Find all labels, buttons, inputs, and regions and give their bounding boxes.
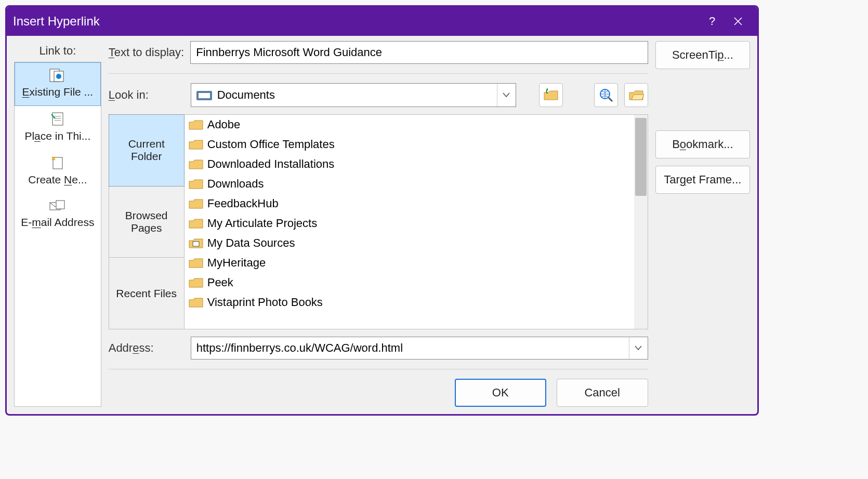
list-item[interactable]: Adobe (185, 115, 634, 135)
svg-point-2 (56, 74, 61, 79)
address-dropdown[interactable] (629, 337, 648, 359)
svg-rect-11 (199, 93, 210, 98)
folder-icon (189, 158, 203, 170)
file-browser: Current Folder Browsed Pages Recent File… (109, 114, 648, 329)
linkto-email[interactable]: E-mail Address (15, 193, 101, 236)
linkto-item-label: Create Ne... (28, 174, 87, 186)
link-to-column: Link to: Existing File ... Place in Thi.… (14, 41, 101, 407)
folder-icon (189, 257, 203, 269)
list-item[interactable]: Downloaded Installations (185, 154, 634, 174)
bookmark-button[interactable]: Bookmark... (655, 130, 750, 158)
look-in-row: Look in: Documents (109, 83, 648, 107)
list-item[interactable]: Peek (185, 273, 634, 292)
help-button[interactable]: ? (699, 11, 725, 32)
browse-file-button[interactable] (624, 83, 648, 107)
close-button[interactable] (725, 11, 751, 32)
folder-icon (189, 119, 203, 130)
existing-file-icon (49, 68, 67, 83)
folder-icon (189, 297, 203, 308)
tab-current-folder[interactable]: Current Folder (109, 114, 185, 187)
separator (109, 369, 648, 369)
link-to-label: Link to: (14, 41, 101, 62)
chevron-down-icon (635, 345, 642, 351)
file-list-pane: Adobe Custom Office Templates Downloaded… (185, 114, 648, 329)
text-to-display-input[interactable] (190, 41, 648, 64)
address-value: https://finnberrys.co.uk/WCAG/word.html (191, 341, 629, 355)
titlebar: Insert Hyperlink ? (7, 7, 757, 36)
address-combo[interactable]: https://finnberrys.co.uk/WCAG/word.html (191, 337, 648, 360)
file-list-scrollbar[interactable] (634, 115, 648, 329)
browse-tabs: Current Folder Browsed Pages Recent File… (109, 114, 185, 329)
folder-icon (189, 277, 203, 288)
list-item[interactable]: My Articulate Projects (185, 214, 634, 233)
list-item[interactable]: FeedbackHub (185, 194, 634, 214)
cancel-button[interactable]: Cancel (557, 379, 648, 407)
svg-rect-3 (52, 113, 63, 125)
right-buttons-column: ScreenTip... Bookmark... Target Frame... (655, 41, 750, 407)
look-in-value: Documents (217, 88, 497, 102)
address-row: Address: https://finnberrys.co.uk/WCAG/w… (109, 337, 648, 360)
folder-open-icon (628, 88, 644, 102)
up-one-level-button[interactable] (539, 83, 563, 107)
look-in-dropdown[interactable] (497, 84, 516, 107)
text-to-display-label: Text to display: (109, 46, 185, 59)
link-to-list: Existing File ... Place in Thi... Create… (14, 62, 101, 407)
email-icon (49, 198, 67, 213)
chevron-down-icon (503, 92, 510, 98)
target-frame-button[interactable]: Target Frame... (655, 166, 750, 194)
tab-browsed-pages[interactable]: Browsed Pages (109, 187, 185, 258)
dialog-title: Insert Hyperlink (13, 14, 699, 29)
insert-hyperlink-dialog: Insert Hyperlink ? Link to: Existing Fil… (5, 5, 759, 416)
linkto-existing-file[interactable]: Existing File ... (15, 62, 101, 106)
ok-button[interactable]: OK (455, 379, 546, 407)
documents-folder-icon (195, 88, 213, 102)
separator (109, 73, 648, 74)
folder-icon (189, 178, 203, 190)
folder-icon (189, 198, 203, 209)
screentip-button[interactable]: ScreenTip... (655, 41, 750, 69)
list-item[interactable]: Downloads (185, 174, 634, 194)
file-list[interactable]: Adobe Custom Office Templates Downloaded… (185, 115, 634, 329)
web-search-icon (598, 87, 614, 103)
list-item[interactable]: Vistaprint Photo Books (185, 292, 634, 312)
linkto-item-label: Place in Thi... (24, 130, 90, 142)
dialog-buttons: OK Cancel (109, 379, 648, 407)
list-item[interactable]: My Data Sources (185, 233, 634, 253)
place-in-doc-icon (50, 111, 65, 127)
text-to-display-row: Text to display: (109, 41, 648, 64)
linkto-create-new[interactable]: Create Ne... (15, 150, 101, 193)
linkto-item-label: Existing File ... (22, 86, 94, 98)
svg-rect-13 (193, 242, 199, 246)
look-in-combo[interactable]: Documents (191, 83, 516, 107)
tab-recent-files[interactable]: Recent Files (109, 258, 185, 329)
address-label: Address: (109, 341, 185, 355)
linkto-place-in-doc[interactable]: Place in Thi... (15, 106, 101, 150)
folder-icon (189, 139, 203, 150)
browse-web-button[interactable] (594, 83, 618, 107)
folder-up-icon (543, 88, 559, 102)
folder-icon (189, 218, 203, 229)
list-item[interactable]: Custom Office Templates (185, 135, 634, 154)
scrollbar-thumb[interactable] (635, 118, 647, 196)
list-item[interactable]: MyHeritage (185, 253, 634, 273)
data-sources-icon (189, 237, 203, 249)
look-in-label: Look in: (109, 88, 185, 102)
dialog-content: Link to: Existing File ... Place in Thi.… (7, 36, 757, 414)
main-column: Text to display: Look in: Documents (109, 41, 648, 407)
close-icon (733, 17, 743, 26)
linkto-item-label: E-mail Address (21, 216, 94, 229)
svg-rect-9 (56, 201, 64, 209)
create-new-icon (50, 155, 65, 170)
